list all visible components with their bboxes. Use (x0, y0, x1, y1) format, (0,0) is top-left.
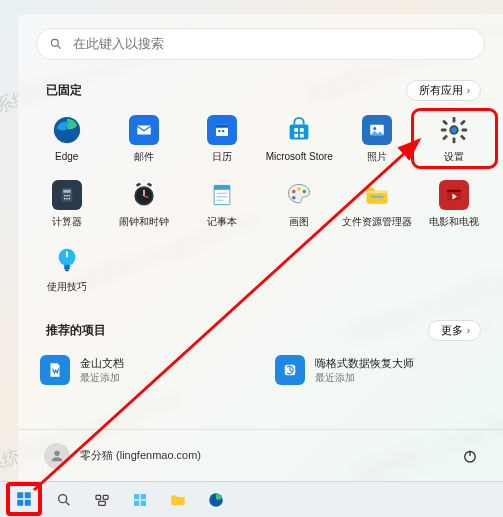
power-icon (461, 447, 479, 465)
svg-rect-17 (453, 138, 456, 144)
svg-point-24 (451, 127, 457, 133)
svg-rect-70 (141, 494, 146, 499)
svg-rect-11 (295, 134, 299, 138)
more-button[interactable]: 更多 › (428, 320, 481, 341)
empty-slot (416, 243, 494, 294)
empty-slot (261, 243, 339, 294)
user-account-button[interactable]: 零分猫 (lingfenmao.com) (44, 443, 201, 469)
start-button[interactable] (6, 482, 42, 516)
svg-rect-72 (141, 500, 146, 505)
app-label: 画图 (289, 216, 309, 227)
svg-rect-40 (214, 185, 230, 189)
all-apps-button[interactable]: 所有应用 › (406, 80, 481, 101)
taskbar-search-button[interactable] (48, 486, 80, 514)
svg-point-44 (292, 190, 296, 194)
svg-rect-3 (138, 126, 152, 135)
recommended-item-sub: 最近添加 (315, 371, 414, 385)
app-settings[interactable]: 设置 (416, 113, 494, 164)
recommended-title: 推荐的项目 (46, 322, 106, 339)
app-paint[interactable]: 画图 (261, 178, 339, 229)
more-label: 更多 (441, 323, 463, 338)
store-icon (284, 115, 314, 145)
svg-rect-48 (366, 191, 387, 194)
app-movies[interactable]: 电影和电视 (416, 178, 494, 229)
svg-rect-62 (17, 499, 23, 505)
taskbar (0, 481, 503, 517)
svg-rect-19 (462, 129, 468, 132)
svg-point-30 (64, 198, 66, 200)
svg-rect-9 (295, 128, 299, 132)
data-recovery-icon (275, 355, 305, 385)
svg-rect-66 (96, 495, 101, 499)
app-mail[interactable]: 邮件 (106, 113, 184, 164)
app-clock[interactable]: 闹钟和时钟 (106, 178, 184, 229)
taskbar-explorer-button[interactable] (162, 486, 194, 514)
app-label: 邮件 (134, 151, 154, 162)
taskbar-edge-button[interactable] (200, 486, 232, 514)
app-explorer[interactable]: 文件资源管理器 (338, 178, 416, 229)
svg-point-28 (66, 195, 68, 197)
taskbar-widgets-button[interactable] (124, 486, 156, 514)
svg-rect-12 (300, 134, 304, 138)
paint-icon (284, 180, 314, 210)
empty-slot (338, 243, 416, 294)
svg-rect-16 (453, 117, 456, 123)
app-label: 闹钟和时钟 (119, 216, 169, 227)
clock-icon (129, 180, 159, 210)
recommended-list: 金山文档 最近添加 嗨格式数据恢复大师 最近添加 (18, 351, 503, 389)
app-calendar[interactable]: 日历 (183, 113, 261, 164)
start-menu: 在此键入以搜索 已固定 所有应用 › Edge 邮件 日历 (18, 14, 503, 481)
explorer-icon (169, 491, 187, 509)
app-label: Microsoft Store (266, 151, 333, 162)
taskbar-taskview-button[interactable] (86, 486, 118, 514)
svg-point-57 (54, 450, 59, 455)
app-calculator[interactable]: 计算器 (28, 178, 106, 229)
search-placeholder: 在此键入以搜索 (73, 35, 164, 53)
svg-point-47 (292, 196, 296, 200)
app-photos[interactable]: 照片 (338, 113, 416, 164)
empty-slot (183, 243, 261, 294)
svg-rect-69 (134, 494, 139, 499)
recommended-item[interactable]: 嗨格式数据恢复大师 最近添加 (273, 351, 484, 389)
svg-point-46 (303, 190, 307, 194)
power-button[interactable] (459, 445, 481, 467)
photos-icon (362, 115, 392, 145)
svg-point-45 (298, 187, 302, 191)
recommended-item-title: 金山文档 (80, 356, 124, 371)
svg-rect-6 (218, 130, 220, 132)
app-notepad[interactable]: 记事本 (183, 178, 261, 229)
explorer-icon (362, 180, 392, 210)
svg-rect-51 (448, 190, 462, 192)
mail-icon (129, 115, 159, 145)
svg-rect-37 (136, 183, 141, 187)
svg-line-65 (66, 502, 69, 505)
svg-point-32 (68, 198, 70, 200)
pinned-header: 已固定 所有应用 › (18, 76, 503, 111)
chevron-right-icon: › (467, 85, 470, 96)
app-edge[interactable]: Edge (28, 113, 106, 164)
pinned-title: 已固定 (46, 82, 82, 99)
recommended-item[interactable]: 金山文档 最近添加 (38, 351, 249, 389)
svg-rect-18 (441, 129, 447, 132)
svg-rect-55 (65, 269, 69, 271)
app-tips[interactable]: 使用技巧 (28, 243, 106, 294)
app-label: 记事本 (207, 216, 237, 227)
app-label: 照片 (367, 151, 387, 162)
svg-rect-26 (63, 190, 71, 193)
user-display-name: 零分猫 (lingfenmao.com) (80, 448, 201, 463)
app-label: 电影和电视 (429, 216, 479, 227)
svg-rect-49 (371, 196, 383, 198)
svg-rect-67 (103, 495, 108, 499)
svg-rect-20 (442, 120, 448, 126)
recommended-header: 推荐的项目 更多 › (18, 316, 503, 351)
svg-rect-71 (134, 500, 139, 505)
chevron-right-icon: › (467, 325, 470, 336)
search-input[interactable]: 在此键入以搜索 (36, 28, 485, 60)
app-store[interactable]: Microsoft Store (261, 113, 339, 164)
app-label: 日历 (212, 151, 232, 162)
edge-icon (52, 115, 82, 145)
svg-point-0 (51, 39, 58, 46)
svg-point-29 (68, 195, 70, 197)
svg-point-31 (66, 198, 68, 200)
recommended-item-sub: 最近添加 (80, 371, 124, 385)
